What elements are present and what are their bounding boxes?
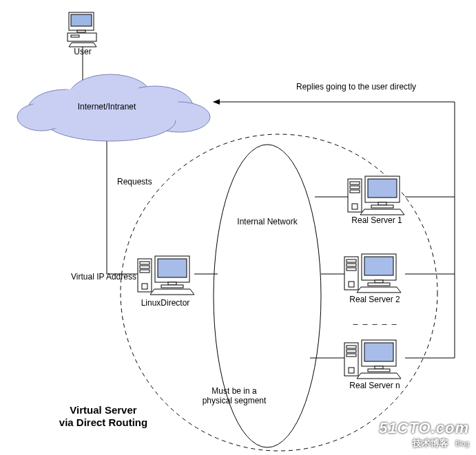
real-server-n-label: Real Server n [349, 381, 400, 390]
watermark-tag: Blog [455, 440, 469, 447]
cloud-label: Internet/Intranet [78, 102, 136, 112]
requests-label: Requests [117, 177, 152, 187]
title-line-2: via Direct Routing [59, 416, 147, 428]
servers-ellipsis: _ _ _ _ _ [353, 315, 398, 325]
vip-label: Virtual IP Address [71, 272, 136, 282]
watermark: 51CTO.com 技术博客 Blog [379, 419, 469, 449]
real-server-2-label: Real Server 2 [349, 295, 400, 304]
user-label: User [74, 47, 91, 56]
diagram-title: Virtual Server via Direct Routing [34, 404, 172, 429]
replies-label: Replies going to the user directly [296, 82, 416, 92]
watermark-main: 51CTO.com [379, 419, 469, 437]
internal-network-label: Internal Network [237, 217, 297, 226]
segment-note: Must be in aphysical segment [193, 386, 276, 406]
watermark-sub: 技术博客 [413, 438, 448, 448]
real-server-1-label: Real Server 1 [351, 215, 402, 225]
title-line-1: Virtual Server [70, 404, 136, 416]
director-label: LinuxDirector [141, 298, 190, 308]
